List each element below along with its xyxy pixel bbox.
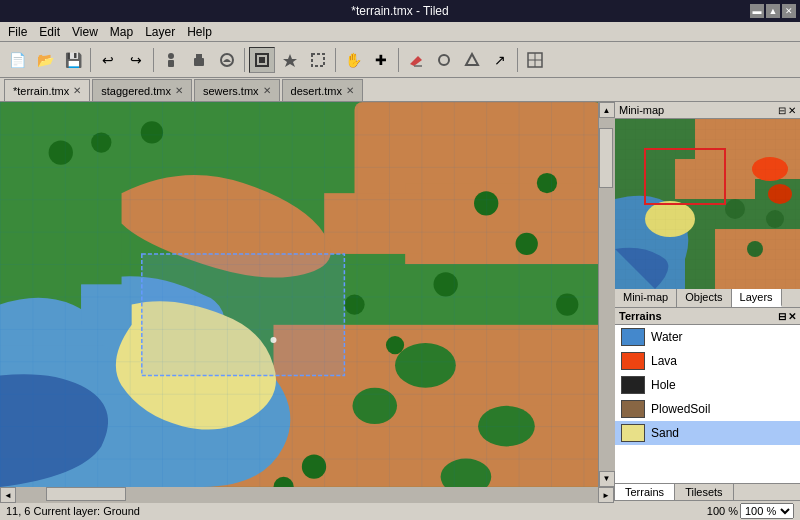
svg-rect-8: [312, 54, 324, 66]
right-panel: Mini-map ⊟ ✕: [614, 102, 800, 500]
menu-map[interactable]: Map: [104, 23, 139, 41]
separator-4: [335, 48, 336, 72]
vscroll-down[interactable]: ▼: [599, 471, 615, 487]
vscroll[interactable]: ▲ ▼: [598, 102, 614, 487]
hscroll-track[interactable]: [16, 487, 598, 503]
minimap-close[interactable]: ✕: [788, 105, 796, 116]
tab-objects[interactable]: Objects: [677, 289, 731, 307]
tool-eraser[interactable]: [403, 47, 429, 73]
terrain-plowedsoil[interactable]: PlowedSoil: [615, 397, 800, 421]
toolbar: 📄 📂 💾 ↩ ↪ ✋ ✚ ↗: [0, 42, 800, 78]
save-button[interactable]: 💾: [60, 47, 86, 73]
svg-rect-3: [196, 54, 202, 58]
svg-rect-2: [194, 58, 204, 66]
zoom-control[interactable]: 100 % 100 % 50 % 200 %: [707, 503, 794, 519]
tab-layers[interactable]: Layers: [732, 289, 782, 307]
tab-desert[interactable]: desert.tmx ✕: [282, 79, 363, 101]
hscroll-thumb[interactable]: [46, 487, 126, 501]
bottom-tabs: Terrains Tilesets: [615, 483, 800, 500]
tool-terrain[interactable]: [214, 47, 240, 73]
tool-select-rect[interactable]: [305, 47, 331, 73]
vscroll-thumb[interactable]: [599, 128, 613, 188]
close-button[interactable]: ✕: [782, 4, 796, 18]
map-area[interactable]: [0, 102, 598, 487]
tab-staggered-close[interactable]: ✕: [175, 85, 183, 96]
tool-person[interactable]: [158, 47, 184, 73]
menu-help[interactable]: Help: [181, 23, 218, 41]
tool-stamp[interactable]: [249, 47, 275, 73]
separator-2: [153, 48, 154, 72]
terrain-lava-label: Lava: [651, 354, 677, 368]
open-button[interactable]: 📂: [32, 47, 58, 73]
minimap-header-controls[interactable]: ⊟ ✕: [778, 105, 796, 116]
menu-view[interactable]: View: [66, 23, 104, 41]
terrains-controls[interactable]: ⊟ ✕: [778, 311, 796, 322]
tab-tilesets[interactable]: Tilesets: [675, 484, 734, 500]
tab-terrains[interactable]: Terrains: [615, 484, 675, 500]
hscroll-area[interactable]: ◄ ►: [0, 487, 614, 503]
tab-sewers[interactable]: sewers.tmx ✕: [194, 79, 280, 101]
tab-terrain[interactable]: *terrain.tmx ✕: [4, 79, 90, 101]
title-text: *terrain.tmx - Tiled: [351, 4, 448, 18]
svg-rect-41: [142, 254, 345, 376]
terrain-lava-color: [621, 352, 645, 370]
tool-move[interactable]: ✚: [368, 47, 394, 73]
tool-magic-wand[interactable]: [277, 47, 303, 73]
terrains-title: Terrains: [619, 310, 662, 322]
terrains-undock[interactable]: ⊟: [778, 311, 786, 322]
tab-minimap[interactable]: Mini-map: [615, 289, 677, 307]
menu-layer[interactable]: Layer: [139, 23, 181, 41]
tool-arrow[interactable]: ↗: [487, 47, 513, 73]
terrain-sand[interactable]: Sand: [615, 421, 800, 445]
hscroll-left[interactable]: ◄: [0, 487, 16, 503]
svg-rect-55: [615, 119, 800, 289]
tab-desert-close[interactable]: ✕: [346, 85, 354, 96]
minimap-undock[interactable]: ⊟: [778, 105, 786, 116]
new-button[interactable]: 📄: [4, 47, 30, 73]
terrain-hole-label: Hole: [651, 378, 676, 392]
minimap-header: Mini-map ⊟ ✕: [615, 102, 800, 119]
svg-point-10: [439, 55, 449, 65]
terrain-hole[interactable]: Hole: [615, 373, 800, 397]
minimap-title: Mini-map: [619, 104, 664, 116]
redo-button[interactable]: ↪: [123, 47, 149, 73]
vscroll-up[interactable]: ▲: [599, 102, 615, 118]
terrains-header: Terrains ⊟ ✕: [615, 308, 800, 325]
map-wrapper: ▲ ▼ ◄ ►: [0, 102, 614, 500]
map-canvas[interactable]: [0, 102, 598, 487]
terrains-close[interactable]: ✕: [788, 311, 796, 322]
tab-staggered[interactable]: staggered.tmx ✕: [92, 79, 192, 101]
terrain-lava[interactable]: Lava: [615, 349, 800, 373]
zoom-select[interactable]: 100 % 50 % 200 %: [740, 503, 794, 519]
terrain-water-color: [621, 328, 645, 346]
tabbar: *terrain.tmx ✕ staggered.tmx ✕ sewers.tm…: [0, 78, 800, 102]
tab-terrain-label: *terrain.tmx: [13, 85, 69, 97]
svg-rect-6: [259, 57, 265, 63]
minimize-button[interactable]: ▬: [750, 4, 764, 18]
tab-terrain-close[interactable]: ✕: [73, 85, 81, 96]
maximize-button[interactable]: ▲: [766, 4, 780, 18]
svg-marker-7: [283, 54, 297, 67]
tab-sewers-close[interactable]: ✕: [263, 85, 271, 96]
menubar: File Edit View Map Layer Help: [0, 22, 800, 42]
terrain-hole-color: [621, 376, 645, 394]
vscroll-track[interactable]: [599, 118, 615, 471]
tool-bucket[interactable]: [186, 47, 212, 73]
minimap-area[interactable]: [615, 119, 800, 289]
terrain-plowedsoil-label: PlowedSoil: [651, 402, 710, 416]
terrain-water[interactable]: Water: [615, 325, 800, 349]
tool-shapes[interactable]: [431, 47, 457, 73]
menu-file[interactable]: File: [2, 23, 33, 41]
separator-6: [517, 48, 518, 72]
status-layer: Current layer: Ground: [34, 505, 140, 517]
hscroll-right[interactable]: ►: [598, 487, 614, 503]
tool-grid[interactable]: [522, 47, 548, 73]
window-controls[interactable]: ▬ ▲ ✕: [750, 4, 796, 18]
tool-triangle[interactable]: [459, 47, 485, 73]
tool-pan[interactable]: ✋: [340, 47, 366, 73]
svg-point-0: [168, 53, 174, 59]
undo-button[interactable]: ↩: [95, 47, 121, 73]
menu-edit[interactable]: Edit: [33, 23, 66, 41]
terrain-plowedsoil-color: [621, 400, 645, 418]
status-position: 11, 6: [6, 505, 30, 517]
